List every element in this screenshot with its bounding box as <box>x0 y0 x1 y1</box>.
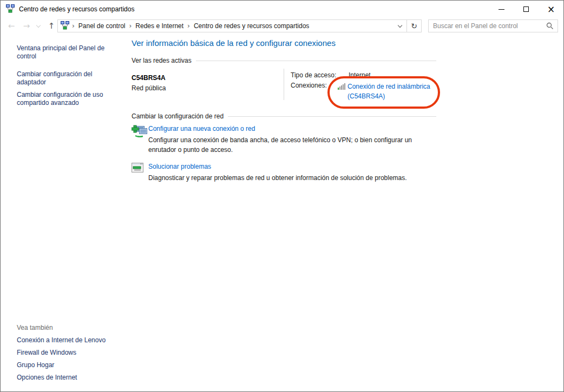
network-name: C54BRS4A <box>132 74 166 82</box>
main-content: Ver información básica de la red y confi… <box>132 34 436 391</box>
see-also-windows-firewall[interactable]: Firewall de Windows <box>17 349 76 356</box>
access-type-label: Tipo de acceso: <box>291 71 336 79</box>
active-networks-section-header: Ver las redes activas <box>132 57 436 64</box>
breadcrumb-item-redes-e-internet[interactable]: Redes e Internet <box>134 22 185 30</box>
network-sharing-icon <box>61 21 69 31</box>
see-also-internet-options[interactable]: Opciones de Internet <box>17 374 77 381</box>
forward-arrow-icon: → <box>23 21 30 31</box>
forward-button[interactable]: → <box>20 19 33 33</box>
troubleshoot-description: Diagnosticar y reparar problemas de red … <box>148 173 436 183</box>
back-button[interactable]: ← <box>5 19 18 33</box>
new-connection-icon <box>132 124 148 155</box>
back-arrow-icon: ← <box>8 21 15 31</box>
troubleshoot-task: Solucionar problemas Diagnosticar y repa… <box>132 162 436 183</box>
see-also-lenovo-internet-connection[interactable]: Conexión a Internet de Lenovo <box>17 336 106 344</box>
section-title: Ver las redes activas <box>132 57 192 64</box>
breadcrumb-separator-icon: › <box>127 22 135 30</box>
address-bar[interactable]: › Panel de control › Redes e Internet › … <box>57 19 422 32</box>
navigation-toolbar: ← → ↑ › Panel de control › Redes e Inter… <box>1 18 563 34</box>
wifi-signal-icon <box>338 83 346 91</box>
up-button[interactable]: ↑ <box>45 19 58 33</box>
address-dropdown-button[interactable] <box>394 20 406 32</box>
troubleshoot-icon <box>132 162 148 183</box>
see-also-homegroup[interactable]: Grupo Hogar <box>17 361 54 369</box>
setup-new-connection-task: Configurar una nueva conexión o red Conf… <box>132 124 436 155</box>
setup-new-connection-link[interactable]: Configurar una nueva conexión o red <box>148 125 255 132</box>
section-title: Cambiar la configuración de red <box>132 112 224 120</box>
minimize-icon <box>499 9 504 10</box>
breadcrumb-separator-icon: › <box>69 22 77 30</box>
network-profile: Red pública <box>132 84 166 92</box>
sidebar-item-control-panel-home[interactable]: Ventana principal del Panel de control <box>17 44 119 61</box>
search-box <box>428 19 558 32</box>
breadcrumb-item-centro-de-redes[interactable]: Centro de redes y recursos compartidos <box>193 22 310 30</box>
maximize-icon <box>523 6 529 12</box>
sidebar: Ventana principal del Panel de control C… <box>1 34 125 391</box>
access-type-value: Internet <box>349 71 371 79</box>
chevron-down-icon <box>398 23 402 27</box>
divider <box>284 69 284 100</box>
page-title: Ver información básica de la red y confi… <box>132 38 336 48</box>
search-input[interactable] <box>429 22 542 30</box>
breadcrumb-separator-icon: › <box>185 22 193 30</box>
refresh-button[interactable]: ↻ <box>407 20 421 32</box>
network-settings-section-header: Cambiar la configuración de red <box>132 112 436 120</box>
recent-locations-button[interactable] <box>34 19 43 33</box>
recent-locations-chevron-icon <box>36 23 41 27</box>
window-title: Centro de redes y recursos compartidos <box>19 5 134 13</box>
minimize-button[interactable] <box>489 1 514 18</box>
close-button[interactable]: × <box>539 1 563 18</box>
see-also-header: Vea también <box>17 324 53 331</box>
troubleshoot-link[interactable]: Solucionar problemas <box>148 163 211 170</box>
up-arrow-icon: ↑ <box>48 21 55 31</box>
network-sharing-center-window: Centro de redes y recursos compartidos ×… <box>0 0 564 392</box>
connections-label: Conexiones: <box>291 82 327 89</box>
breadcrumb-item-panel-de-control[interactable]: Panel de control <box>77 22 127 30</box>
divider <box>228 116 436 117</box>
network-sharing-icon <box>6 4 15 15</box>
search-icon <box>546 22 554 30</box>
divider <box>196 61 436 61</box>
active-network-panel: C54BRS4A Red pública Tipo de acceso: Int… <box>132 69 436 104</box>
setup-new-connection-description: Configurar una conexión de banda ancha, … <box>148 135 436 155</box>
refresh-icon: ↻ <box>411 22 417 30</box>
close-icon: × <box>547 5 555 14</box>
maximize-button[interactable] <box>514 1 539 18</box>
sidebar-item-change-adapter-settings[interactable]: Cambiar configuración del adaptador <box>17 70 119 87</box>
sidebar-item-change-advanced-sharing[interactable]: Cambiar configuración de uso compartido … <box>17 91 119 107</box>
search-button[interactable] <box>542 22 558 30</box>
wireless-connection-link[interactable]: Conexión de red inalámbrica (C54BRS4A) <box>347 82 444 101</box>
titlebar: Centro de redes y recursos compartidos × <box>1 1 563 18</box>
